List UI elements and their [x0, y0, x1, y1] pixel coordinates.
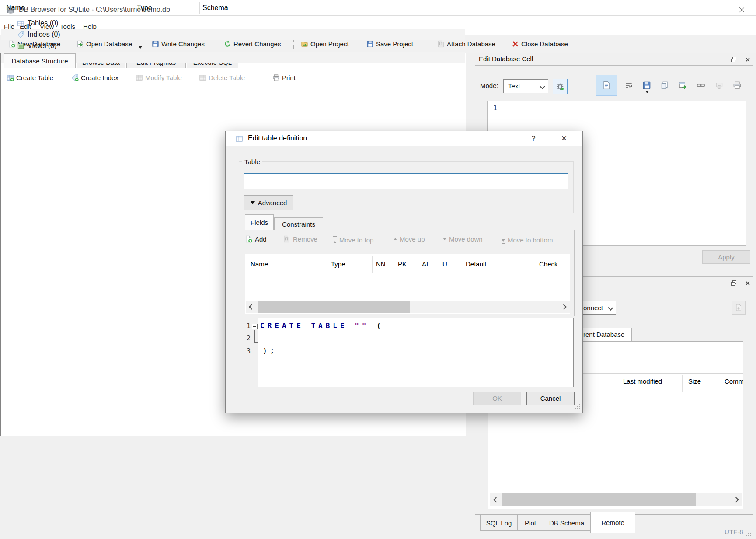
line-number: 1	[237, 322, 251, 330]
dock-float-button[interactable]	[729, 56, 738, 63]
close-button[interactable]	[734, 0, 749, 19]
modify-table-icon	[136, 74, 143, 81]
close-icon	[745, 281, 750, 286]
close-database-button[interactable]: Close Database	[512, 35, 568, 53]
link-button[interactable]	[697, 81, 705, 90]
remote-push-button[interactable]	[732, 301, 746, 315]
minimize-button[interactable]	[668, 0, 684, 19]
sql-string: ""	[355, 322, 369, 330]
tree-column-type[interactable]: Type	[137, 0, 152, 15]
hscrollbar-thumb[interactable]	[502, 494, 696, 506]
col-ai[interactable]: AI	[422, 260, 428, 268]
move-down-button[interactable]: Move down	[443, 235, 483, 243]
delete-table-icon	[199, 74, 206, 81]
chevron-left-icon	[493, 497, 499, 503]
move-to-bottom-button[interactable]: Move to bottom	[502, 235, 553, 245]
tab-label: rent Database	[583, 331, 624, 338]
scroll-right-arrow[interactable]	[730, 494, 742, 506]
remove-field-button[interactable]: Remove	[283, 235, 317, 243]
move-bottom-icon	[502, 235, 505, 245]
create-table-button[interactable]: Create Table	[7, 70, 53, 84]
copy-button[interactable]	[660, 81, 669, 90]
remove-label: Remove	[293, 235, 317, 243]
add-icon	[245, 235, 252, 243]
move-to-top-button[interactable]: Move to top	[333, 235, 373, 245]
resize-grip[interactable]	[746, 535, 747, 536]
mode-combobox[interactable]: Text	[503, 79, 548, 93]
move-up-button[interactable]: Move up	[394, 235, 425, 243]
create-index-button[interactable]: Create Index	[71, 70, 118, 84]
column-commit[interactable]: Comm	[725, 378, 743, 385]
tree-row-tables[interactable]: Tables (0)	[1, 18, 465, 29]
apply-button[interactable]: Apply	[702, 250, 750, 264]
delete-table-button[interactable]: Delete Table	[199, 70, 245, 84]
print-button[interactable]: Print	[272, 70, 296, 84]
set-null-button[interactable]	[715, 81, 724, 90]
line-number: 3	[237, 347, 251, 355]
tab-database-structure[interactable]: Database Structure	[4, 53, 76, 68]
scroll-right-arrow[interactable]	[558, 301, 570, 313]
column-separator	[717, 375, 717, 392]
document-mode-button[interactable]	[602, 81, 611, 90]
maximize-icon	[706, 7, 712, 13]
dialog-resize-grip[interactable]	[575, 408, 576, 409]
dock-close-button[interactable]	[743, 56, 752, 63]
column-size[interactable]: Size	[688, 378, 701, 385]
print-label: Print	[282, 74, 296, 81]
copy-icon	[660, 81, 669, 90]
scroll-left-arrow[interactable]	[490, 494, 502, 506]
modify-table-button[interactable]: Modify Table	[136, 70, 182, 84]
hscrollbar-thumb[interactable]	[258, 301, 410, 313]
move-down-label: Move down	[449, 235, 483, 243]
dock-close-button[interactable]	[743, 279, 752, 287]
table-name-input[interactable]	[244, 173, 568, 189]
fold-marker-icon[interactable]	[252, 324, 258, 329]
dialog-close-button[interactable]: ✕	[557, 132, 571, 145]
modify-table-label: Modify Table	[145, 74, 182, 81]
triangle-down-icon	[251, 201, 255, 204]
tree-column-schema[interactable]: Schema	[202, 0, 228, 15]
dialog-titlebar[interactable]: Edit table definition ? ✕	[226, 131, 582, 146]
tab-label: Fields	[251, 219, 268, 226]
col-u[interactable]: U	[442, 260, 447, 268]
maximize-button[interactable]	[701, 0, 717, 19]
col-check[interactable]: Check	[539, 260, 558, 268]
tab-plot[interactable]: Plot	[518, 515, 543, 531]
tree-row-views[interactable]: Views (0)	[1, 40, 465, 52]
edit-cell-dock-titlebar[interactable]: Edit Database Cell	[475, 53, 753, 66]
col-type[interactable]: Type	[331, 260, 345, 268]
import-icon	[642, 81, 651, 90]
advanced-label: Advanced	[258, 199, 287, 206]
tab-db-schema[interactable]: DB Schema	[543, 515, 590, 531]
sql-line-3: );	[263, 346, 277, 355]
tab-fields[interactable]: Fields	[245, 214, 274, 230]
col-name[interactable]: Name	[251, 260, 268, 268]
sql-preview-editor[interactable]: 1 2 3 CREATE TABLE "" ( );	[237, 318, 574, 387]
auto-mode-button[interactable]	[553, 79, 568, 94]
tab-remote[interactable]: Remote	[590, 512, 635, 533]
dock-float-button[interactable]	[729, 279, 738, 287]
add-field-button[interactable]: Add	[245, 235, 267, 243]
col-default[interactable]: Default	[466, 260, 487, 268]
print-cell-button[interactable]	[733, 81, 742, 90]
tab-sql-log[interactable]: SQL Log	[480, 515, 518, 531]
word-wrap-button[interactable]	[624, 81, 633, 90]
chevron-right-icon	[561, 304, 567, 310]
tree-column-name[interactable]: Name	[6, 0, 25, 15]
open-external-button[interactable]	[679, 81, 687, 90]
column-last-modified[interactable]: Last modified	[623, 378, 662, 385]
col-nn[interactable]: NN	[376, 260, 386, 268]
ok-button[interactable]: OK	[473, 392, 521, 405]
column-separator	[460, 256, 460, 273]
col-pk[interactable]: PK	[398, 260, 407, 268]
tab-label: DB Schema	[549, 519, 584, 527]
chevron-down-icon	[540, 84, 545, 89]
dialog-help-button[interactable]: ?	[526, 132, 540, 145]
scroll-left-arrow[interactable]	[246, 301, 258, 313]
move-bottom-label: Move to bottom	[508, 236, 553, 244]
tree-row-indices[interactable]: Indices (0)	[1, 29, 465, 40]
cancel-button[interactable]: Cancel	[526, 392, 575, 405]
import-button[interactable]	[642, 81, 651, 90]
advanced-button[interactable]: Advanced	[244, 195, 293, 210]
tab-constraints[interactable]: Constraints	[274, 217, 323, 230]
